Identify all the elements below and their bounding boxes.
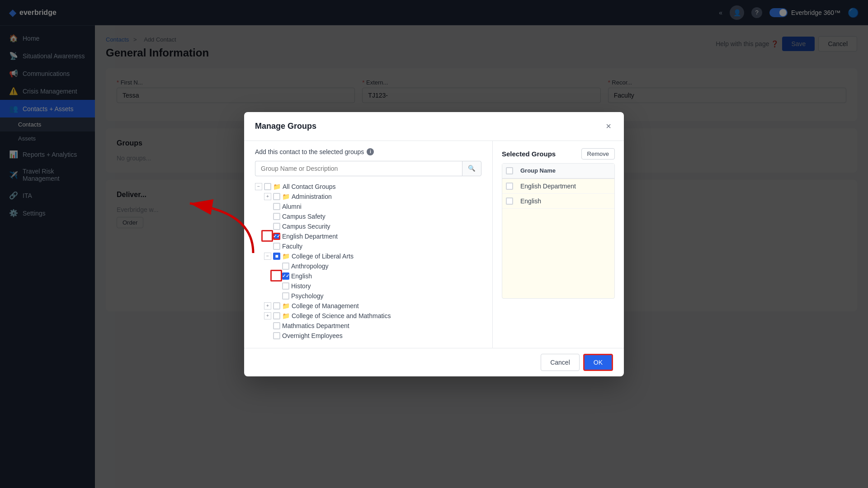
modal-ok-button[interactable]: OK bbox=[583, 354, 613, 371]
manage-groups-modal: Manage Groups × Add this contact to the … bbox=[244, 112, 624, 376]
tree-item-overnight: Overnight Employees bbox=[255, 331, 481, 341]
tree-item-faculty: Faculty bbox=[255, 241, 481, 251]
modal-search: 🔍 bbox=[255, 161, 481, 176]
selected-checkbox-cell-2 bbox=[502, 193, 517, 208]
modal-overlay: Manage Groups × Add this contact to the … bbox=[0, 0, 868, 488]
anthropology-checkbox[interactable] bbox=[282, 263, 289, 270]
modal-header: Manage Groups × bbox=[244, 112, 624, 141]
admin-toggle[interactable]: + bbox=[264, 193, 271, 200]
faculty-label[interactable]: Faculty bbox=[282, 243, 302, 250]
science-checkbox[interactable] bbox=[273, 312, 280, 319]
modal-body: Add this contact to the selected groups … bbox=[244, 141, 624, 348]
english-dept-label[interactable]: English Department bbox=[282, 233, 338, 240]
campus-safety-label[interactable]: Campus Safety bbox=[282, 213, 326, 220]
overnight-checkbox[interactable] bbox=[273, 332, 280, 339]
modal-subtitle: Add this contact to the selected groups bbox=[255, 148, 364, 155]
modal-cancel-button[interactable]: Cancel bbox=[541, 354, 580, 371]
english-label[interactable]: English bbox=[291, 272, 312, 280]
campus-safety-checkbox[interactable] bbox=[273, 213, 280, 220]
selected-group-row-english-dept[interactable]: English Department bbox=[502, 178, 614, 194]
campus-security-checkbox[interactable] bbox=[273, 223, 280, 230]
overnight-label[interactable]: Overnight Employees bbox=[282, 332, 343, 339]
mathmatics-label[interactable]: Mathmatics Department bbox=[282, 322, 349, 329]
liberal-label[interactable]: College of Liberal Arts bbox=[292, 253, 354, 260]
header-checkbox-cell bbox=[502, 164, 517, 178]
science-label[interactable]: College of Science and Mathmatics bbox=[292, 312, 391, 319]
english-dept-selected-name: English Department bbox=[517, 178, 614, 194]
tree-item-campus-security: Campus Security bbox=[255, 221, 481, 231]
liberal-checkbox[interactable]: ■ bbox=[273, 253, 280, 260]
science-folder-icon: 📁 bbox=[282, 312, 290, 319]
root-label[interactable]: All Contact Groups bbox=[283, 183, 336, 190]
liberal-toggle[interactable]: − bbox=[264, 253, 271, 260]
management-checkbox[interactable] bbox=[273, 302, 280, 310]
group-name-header: Group Name bbox=[517, 164, 614, 178]
alumni-label[interactable]: Alumni bbox=[282, 203, 302, 210]
liberal-folder-icon: 📁 bbox=[282, 253, 290, 260]
selected-groups-header: Selected Groups Remove bbox=[502, 148, 615, 160]
tree-item-campus-safety: Campus Safety bbox=[255, 211, 481, 221]
alumni-checkbox[interactable] bbox=[273, 203, 280, 210]
history-checkbox[interactable] bbox=[282, 282, 289, 290]
english-selected-checkbox[interactable] bbox=[506, 197, 513, 205]
root-checkbox[interactable] bbox=[264, 183, 271, 190]
management-toggle[interactable]: + bbox=[264, 302, 271, 310]
tree-item-english: ✓ English bbox=[255, 271, 481, 281]
modal-close-button[interactable]: × bbox=[604, 119, 613, 133]
management-label[interactable]: College of Management bbox=[292, 302, 359, 310]
english-dept-checkbox[interactable]: ✓ bbox=[273, 233, 280, 240]
root-toggle[interactable]: − bbox=[255, 183, 262, 190]
admin-folder-icon: 📁 bbox=[282, 193, 290, 200]
psychology-label[interactable]: Psychology bbox=[291, 292, 324, 300]
faculty-checkbox[interactable] bbox=[273, 243, 280, 250]
tree-item-alumni: Alumni bbox=[255, 202, 481, 211]
english-selected-name: English bbox=[517, 193, 614, 208]
tree-root: − 📁 All Contact Groups bbox=[255, 182, 481, 192]
admin-label[interactable]: Administration bbox=[292, 193, 332, 200]
group-tree: − 📁 All Contact Groups + 📁 Administratio… bbox=[255, 182, 481, 341]
modal-left-panel: Add this contact to the selected groups … bbox=[244, 141, 493, 348]
search-input[interactable] bbox=[255, 161, 462, 176]
tree-item-college-science: + 📁 College of Science and Mathmatics bbox=[255, 311, 481, 321]
history-label[interactable]: History bbox=[291, 282, 311, 290]
tree-item-history: History bbox=[255, 281, 481, 291]
modal-footer: Cancel OK bbox=[244, 348, 624, 376]
science-toggle[interactable]: + bbox=[264, 312, 271, 319]
admin-checkbox[interactable] bbox=[273, 193, 280, 200]
selected-groups-title: Selected Groups bbox=[502, 150, 556, 158]
modal-right-panel: Selected Groups Remove Group Name bbox=[493, 141, 624, 348]
remove-button[interactable]: Remove bbox=[581, 148, 615, 160]
tree-item-psychology: Psychology bbox=[255, 291, 481, 301]
tree-item-college-liberal: − ■ 📁 College of Liberal Arts bbox=[255, 251, 481, 261]
info-icon: i bbox=[367, 148, 374, 155]
selected-groups-table: Group Name English Department bbox=[502, 164, 614, 209]
psychology-checkbox[interactable] bbox=[282, 292, 289, 300]
selected-checkbox-cell bbox=[502, 178, 517, 194]
table-header-row: Group Name bbox=[502, 164, 614, 178]
english-checkbox[interactable]: ✓ bbox=[282, 272, 289, 280]
management-folder-icon: 📁 bbox=[282, 302, 290, 310]
root-folder-icon: 📁 bbox=[273, 183, 281, 190]
tree-item-english-dept: ✓ English Department bbox=[255, 231, 481, 241]
header-checkbox[interactable] bbox=[506, 167, 513, 174]
campus-security-label[interactable]: Campus Security bbox=[282, 223, 330, 230]
anthropology-label[interactable]: Anthropology bbox=[291, 263, 329, 270]
tree-item-college-management: + 📁 College of Management bbox=[255, 301, 481, 311]
english-dept-selected-checkbox[interactable] bbox=[506, 183, 513, 190]
tree-item-administration: + 📁 Administration bbox=[255, 192, 481, 202]
tree-item-mathmatics: Mathmatics Department bbox=[255, 321, 481, 331]
modal-title: Manage Groups bbox=[255, 122, 316, 131]
search-button[interactable]: 🔍 bbox=[462, 161, 481, 176]
tree-item-anthropology: Anthropology bbox=[255, 261, 481, 271]
mathmatics-checkbox[interactable] bbox=[273, 322, 280, 329]
selected-group-row-english[interactable]: English bbox=[502, 193, 614, 208]
selected-groups-area: Group Name English Department bbox=[502, 163, 615, 299]
